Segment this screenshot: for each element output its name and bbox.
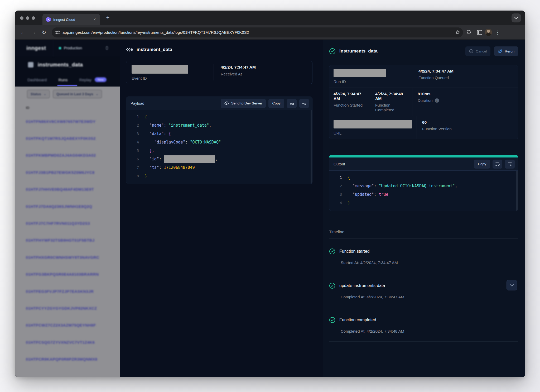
run-id-link[interactable]: 01HTFN86XV8CXW87657W7E3WDY [15, 113, 120, 130]
output-header: Output Copy [329, 157, 518, 171]
window-controls[interactable] [20, 16, 35, 20]
run-header: instruments_data Cancel [329, 46, 518, 56]
run-id-link[interactable]: 01HTFCYYZGYGYGDKJVP82NKXCZ [15, 300, 120, 317]
extensions-icon[interactable] [466, 30, 471, 35]
timeline-item-title: update-instruments-data [339, 283, 385, 288]
code-line: 8} [126, 172, 312, 180]
info-icon[interactable]: i [435, 98, 439, 103]
toolbar-right-cluster: ⋮ [466, 29, 502, 36]
payload-title: Payload [131, 101, 218, 106]
code-scrollbar[interactable] [311, 110, 312, 184]
details-row-3: URL 60 Function Version [329, 116, 518, 139]
bookmark-star-icon[interactable] [455, 30, 460, 35]
new-tab-button[interactable]: + [104, 14, 112, 22]
tab-dashboard[interactable]: Dashboard [27, 78, 47, 82]
status-filter[interactable]: Status ⌄ [27, 90, 50, 98]
chevron-down-icon: ⌄ [96, 92, 98, 96]
environment-name: Production [64, 46, 82, 50]
run-id-link[interactable]: 01HTFJ7DA6Q238SJWNH1E8Q2Q [15, 198, 120, 215]
run-id-link[interactable]: 01HTFHYWF32TSB9HGT01F5BTBJ [15, 232, 120, 249]
payload-header: Payload Send to Dev Server Copy [126, 97, 312, 110]
run-id-link[interactable]: 01HTFCWZ7CZ2X3AZM75QEYNH8F [15, 317, 120, 334]
run-id-link[interactable]: 01HTFG3BKPQSR0E4A8103BRARRN [15, 266, 120, 283]
run-id-link[interactable]: 01HTFKMBPMD0ZAJ4AG04KD3A02 [15, 147, 120, 164]
back-button[interactable]: ← [18, 28, 27, 37]
send-to-dev-server-button[interactable]: Send to Dev Server [221, 99, 266, 108]
environment-selector[interactable]: Production [54, 46, 120, 50]
duration-value: 810ms [418, 92, 513, 96]
payload-scroll-bottom-button[interactable] [299, 99, 309, 108]
payload-card: Payload Send to Dev Server Copy [126, 97, 312, 184]
run-id-link[interactable]: 01HTFCR9KAPQP0R8PZR3MQNMX8 [15, 351, 120, 367]
side-panel-icon[interactable] [477, 30, 482, 35]
close-window-button[interactable] [20, 16, 23, 20]
maximize-window-button[interactable] [32, 16, 35, 20]
run-id-link[interactable]: 01HTFCSQG7ZYVXNZVC7VT1Z4K6 [15, 334, 120, 351]
output-wrap-lines-button[interactable] [493, 160, 502, 169]
inngest-logo[interactable]: inngest [15, 40, 54, 56]
timeline-item-timestamp: Completed At: 4/2/2024, 7:34:48 AM [341, 329, 518, 333]
site-settings-icon[interactable] [55, 30, 60, 34]
browser-menu-icon[interactable]: ⋮ [495, 30, 500, 35]
code-scrollbar[interactable] [516, 171, 518, 211]
copy-label: Copy [478, 162, 486, 166]
tab-list-chevron-button[interactable] [512, 13, 521, 22]
run-panel: instruments_data Cancel [323, 40, 525, 377]
function-completed-label: Function Completed [375, 103, 394, 112]
run-id-redacted [334, 69, 386, 77]
copy-label: Copy [272, 101, 281, 105]
scroll-to-bottom-icon [302, 101, 306, 106]
timeline-item-function-completed: Function completed Completed At: 4/2/202… [329, 307, 518, 342]
tab-close-icon[interactable]: × [92, 17, 97, 22]
code-line: 2 "message": "Updated OCTO:NASDAQ instru… [329, 182, 518, 190]
timeline-title: Timeline [329, 230, 518, 239]
url-cell: URL [329, 116, 417, 139]
cancel-button[interactable]: Cancel [465, 46, 490, 56]
url-text[interactable]: app.inngest.com/env/production/functions… [62, 30, 452, 35]
run-id-link[interactable]: 01HTFEG3FVJP7FZJP7EASKN3JR [15, 283, 120, 300]
send-to-dev-server-label: Send to Dev Server [231, 101, 262, 105]
timeline-item-update-instruments-data: update-instruments-data Completed At: 4/… [329, 273, 518, 307]
function-tabs: Dashboard Runs Replay New [15, 73, 120, 87]
function-version-label: Function Version [422, 127, 452, 131]
code-line: 7 "ts": 1712068487049 [126, 163, 312, 172]
url-redacted [334, 120, 412, 128]
output-scroll-bottom-button[interactable] [505, 160, 515, 169]
run-id-list: 01HTFN86XV8CXW87657W7E3WDY01HTFKQT1M7RSJ… [15, 113, 120, 368]
wrap-text-icon [290, 101, 294, 106]
function-completed-value: 4/2/24, 7:34:48 AM [375, 92, 407, 101]
function-name: instruments_data [38, 62, 83, 68]
output-copy-button[interactable]: Copy [474, 160, 490, 169]
date-range-filter[interactable]: Queued in Last 3 Days ⌄ [53, 90, 102, 98]
run-id-link[interactable]: 01HTFJ3B1PB27EWGK5Z0M6JYC8 [15, 164, 120, 181]
url-bar[interactable]: app.inngest.com/env/production/functions… [52, 27, 463, 37]
new-badge: New [95, 77, 107, 82]
run-id-link[interactable]: 01HTFHXGR0CWNHSWY8T3NAVGRC [15, 249, 120, 266]
chevron-down-icon [514, 17, 518, 19]
event-id-redacted [132, 65, 188, 74]
minimize-window-button[interactable] [26, 16, 29, 20]
tab-runs[interactable]: Runs [58, 78, 68, 82]
payload-copy-button[interactable]: Copy [268, 99, 284, 108]
rerun-button[interactable]: Rerun [494, 46, 518, 56]
cancel-label: Cancel [476, 49, 487, 53]
sidebar-top-bar: inngest Production [15, 40, 120, 56]
run-id-link[interactable]: 01HTFJ7C7HF7RVN011Q3YD2S3 [15, 215, 120, 232]
profile-avatar[interactable] [485, 29, 492, 36]
browser-tab[interactable]: Inngest Cloud × [42, 14, 100, 25]
reload-button[interactable]: ↻ [40, 28, 49, 37]
timeline-item-timestamp: Started At: 4/2/2024, 7:34:47 AM [341, 260, 518, 265]
step-check-icon [329, 317, 335, 323]
run-id-cell: Run ID [329, 65, 413, 88]
date-range-filter-label: Queued in Last 3 Days [56, 92, 93, 96]
forward-button[interactable]: → [29, 28, 38, 37]
status-filter-label: Status [31, 92, 41, 96]
payload-wrap-lines-button[interactable] [287, 99, 297, 108]
step-check-icon [329, 248, 335, 255]
run-id-link[interactable]: 01HTFKQT1M7RSJQABEXYF0K0S2 [15, 130, 120, 147]
code-line: 1{ [329, 173, 518, 182]
event-panel: instrument_data Event ID 4/2/24, 7:34:47… [120, 40, 323, 377]
expand-step-button[interactable] [507, 280, 517, 290]
tab-replay[interactable]: Replay New [79, 77, 107, 82]
run-id-link[interactable]: 01HTFJ7HHVE0BQ48AF4DM13E9T [15, 181, 120, 198]
